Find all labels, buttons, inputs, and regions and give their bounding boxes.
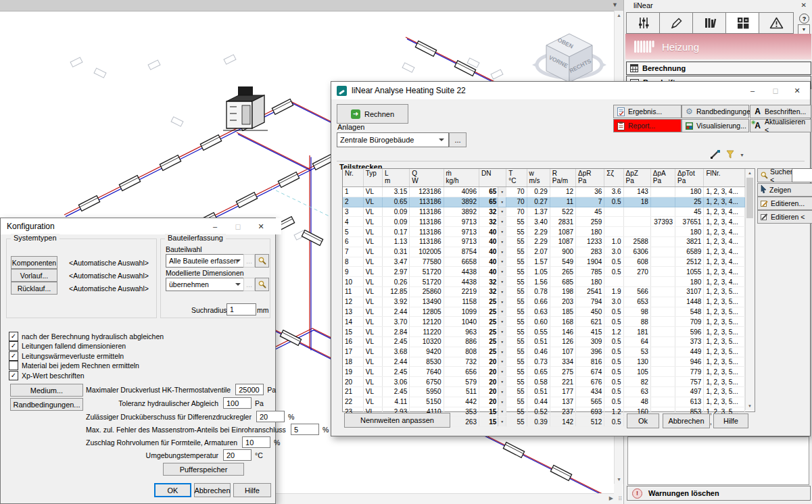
cell[interactable]: 4438 xyxy=(444,277,479,287)
cell[interactable]: 25▼ xyxy=(479,347,506,357)
cell[interactable]: 2.45 xyxy=(382,336,409,347)
cell[interactable]: 15▼ xyxy=(479,417,506,427)
chevron-down-icon[interactable]: ▼ xyxy=(498,327,506,336)
cell[interactable]: 146 xyxy=(550,327,575,337)
cell[interactable]: 1.37 xyxy=(527,207,550,217)
hilfe-button[interactable]: Hilfe xyxy=(713,413,748,428)
cell[interactable]: 1, 2, 3, 5... xyxy=(704,357,745,367)
table-row[interactable]: 18VL2.44853073220▼550.733348160.51309461… xyxy=(343,357,745,367)
cell[interactable]: 198 xyxy=(550,286,575,297)
scroll-down-icon[interactable]: ▼ xyxy=(615,475,623,484)
cell[interactable]: 549 xyxy=(550,257,575,267)
radiator-symbol[interactable] xyxy=(272,99,293,115)
table-row[interactable]: 15VL2.841122096325▼550.551464151.2181596… xyxy=(343,327,745,337)
cell[interactable]: 63 xyxy=(623,386,650,397)
cell[interactable]: 143 xyxy=(623,187,650,197)
cell[interactable]: 2512 xyxy=(675,257,704,267)
checkbox-row[interactable]: ✓Leitungen fallend dimensionieren xyxy=(9,341,126,351)
chevron-down-icon[interactable]: ▼ xyxy=(498,237,506,247)
cell[interactable] xyxy=(623,277,650,287)
cell[interactable]: 2.07 xyxy=(527,247,550,257)
chevron-down-icon[interactable]: ▼ xyxy=(498,277,506,286)
cell[interactable]: VL xyxy=(363,297,382,307)
cell[interactable] xyxy=(650,336,675,347)
cell[interactable]: 1, 2, 3, 4... xyxy=(704,227,745,237)
cell[interactable]: VL xyxy=(363,307,382,317)
randbedingungen-button[interactable]: Randbedingungen... xyxy=(10,398,83,411)
cell[interactable]: 0.5 xyxy=(604,347,623,357)
cell[interactable]: 8 xyxy=(343,257,363,267)
cell[interactable] xyxy=(623,227,650,237)
cell[interactable]: 55 xyxy=(506,386,527,397)
cell[interactable]: 37651 xyxy=(675,217,704,227)
chevron-down-icon[interactable]: ▼ xyxy=(498,387,506,397)
cell[interactable]: 1.2 xyxy=(604,407,623,417)
cell[interactable]: 1.13 xyxy=(382,236,409,247)
cell[interactable]: 2541 xyxy=(576,286,604,297)
cell[interactable]: 0.5 xyxy=(604,397,623,407)
cell[interactable]: 2.45 xyxy=(382,367,409,377)
cell[interactable]: 3892 xyxy=(444,207,479,217)
cell[interactable]: 2.29 xyxy=(527,227,550,237)
cell[interactable]: 55 xyxy=(506,357,527,367)
cell[interactable]: 9713 xyxy=(444,227,479,237)
cell[interactable]: 3.92 xyxy=(382,297,409,307)
cell[interactable]: 40▼ xyxy=(479,247,506,257)
cell[interactable]: 1.2 xyxy=(604,327,623,337)
cell[interactable]: 55 xyxy=(506,367,527,377)
tab-settings-sliders[interactable] xyxy=(626,12,661,34)
cell[interactable]: 2 xyxy=(343,197,363,207)
dn-select[interactable]: 20▼ xyxy=(479,387,506,397)
cell[interactable]: 0.52 xyxy=(527,407,550,417)
cell[interactable]: 21 xyxy=(343,386,363,397)
cell[interactable]: 40▼ xyxy=(479,236,506,247)
cell[interactable]: 653 xyxy=(623,297,650,307)
cell[interactable]: 55 xyxy=(506,347,527,357)
cell[interactable]: 13 xyxy=(343,307,363,317)
cell[interactable]: 808 xyxy=(444,347,479,357)
dn-select[interactable]: 40▼ xyxy=(479,237,506,247)
cell[interactable] xyxy=(650,327,675,337)
scroll-down-icon[interactable]: ▼ xyxy=(746,402,754,410)
ergebnis-button[interactable]: Ergebnis... xyxy=(613,105,682,118)
cell[interactable]: VL xyxy=(363,336,382,347)
cell[interactable]: 1.05 xyxy=(527,267,550,277)
suchradius-input[interactable]: 1 xyxy=(226,303,256,316)
tab-modules[interactable] xyxy=(725,12,761,34)
cell[interactable]: 1, 2, 3, 4... xyxy=(704,247,745,257)
cell[interactable]: 757 xyxy=(675,377,704,387)
abbrechen-button[interactable]: Abbrechen xyxy=(663,413,710,428)
radiator-symbol[interactable] xyxy=(503,443,524,458)
cell[interactable]: 82 xyxy=(623,377,650,387)
cell[interactable]: 11 xyxy=(343,286,363,297)
cell[interactable] xyxy=(650,377,675,387)
field-input[interactable]: 25000 xyxy=(235,384,264,395)
cell[interactable]: 2.44 xyxy=(382,307,409,317)
resize-grip[interactable]: ⠿ xyxy=(614,484,623,504)
cell[interactable]: 113186 xyxy=(410,236,444,247)
cell[interactable] xyxy=(650,277,675,287)
minimize-button[interactable]: – xyxy=(204,218,226,234)
cell[interactable]: 566 xyxy=(623,286,650,297)
cell[interactable]: 130 xyxy=(623,357,650,367)
cell[interactable]: 0.17 xyxy=(382,227,409,237)
cell[interactable]: 55 xyxy=(506,327,527,337)
cell[interactable]: 180 xyxy=(576,227,604,237)
cell[interactable]: 5150 xyxy=(410,397,444,407)
cell[interactable]: 1.56 xyxy=(527,277,550,287)
cell[interactable]: 0.27 xyxy=(527,197,550,207)
cell[interactable]: 64 xyxy=(623,336,650,347)
cell[interactable]: 415 xyxy=(576,327,604,337)
cell[interactable]: 0.09 xyxy=(382,207,409,217)
cell[interactable]: 1, 2, 3, 5... xyxy=(704,327,745,337)
cell[interactable] xyxy=(650,386,675,397)
minimize-button[interactable]: – xyxy=(741,82,764,99)
table-row[interactable]: 22VL4.11515044220▼550.441375650.5486131,… xyxy=(343,397,745,407)
cell[interactable] xyxy=(650,347,675,357)
cell[interactable]: 442 xyxy=(444,397,479,407)
cell[interactable]: 1087 xyxy=(550,227,575,237)
cell[interactable]: 886 xyxy=(444,336,479,347)
dn-select[interactable]: 15▼ xyxy=(479,407,506,417)
cell[interactable]: 816 xyxy=(576,357,604,367)
chevron-down-icon[interactable]: ▼ xyxy=(498,257,506,267)
